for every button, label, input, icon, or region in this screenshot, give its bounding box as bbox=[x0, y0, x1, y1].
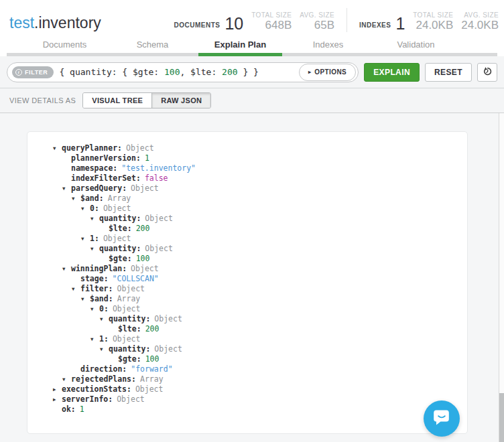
collection-header: test.inventory DOCUMENTS 10 TOTAL SIZE 6… bbox=[0, 0, 504, 36]
expand-arrow-icon[interactable]: ▶ bbox=[53, 394, 62, 404]
tree-value: 1 bbox=[145, 153, 149, 163]
collapse-arrow-icon[interactable]: ▼ bbox=[90, 334, 99, 344]
tree-row: ▼quantity:Object bbox=[34, 244, 460, 254]
tree-key-colon: : bbox=[127, 254, 132, 264]
documents-label: DOCUMENTS bbox=[174, 21, 220, 29]
raw-json-card: ▼queryPlanner:ObjectplannerVersion:1name… bbox=[27, 131, 468, 434]
filter-segment-plain: } } bbox=[238, 67, 259, 77]
tree-type: Object bbox=[113, 334, 141, 344]
tree-row: stage:"COLLSCAN" bbox=[34, 274, 460, 284]
collapse-arrow-icon[interactable]: ▼ bbox=[62, 264, 71, 274]
collapse-arrow-icon[interactable]: ▼ bbox=[90, 214, 99, 224]
collapse-arrow-icon[interactable]: ▼ bbox=[62, 374, 71, 384]
namespace-title: test.inventory bbox=[9, 14, 101, 33]
tab-documents[interactable]: Documents bbox=[21, 36, 109, 56]
tree-key-colon: : bbox=[127, 224, 132, 234]
tree-key: $lte bbox=[118, 324, 137, 334]
tree-row: ▼filter:Object bbox=[34, 284, 460, 294]
tab-validation[interactable]: Validation bbox=[372, 36, 460, 56]
tree-row: plannerVersion:1 bbox=[34, 153, 460, 163]
collapse-arrow-icon[interactable]: ▼ bbox=[100, 314, 109, 324]
tree-key: quantity bbox=[99, 244, 136, 254]
tree-key-colon: : bbox=[122, 264, 127, 274]
collapse-arrow-icon[interactable]: ▼ bbox=[53, 143, 62, 153]
filter-segment-plain: { quantity: { $gte: bbox=[59, 67, 164, 77]
indexes-total-size-label: TOTAL SIZE bbox=[413, 11, 453, 19]
scrollbar-thumb[interactable] bbox=[499, 393, 504, 442]
view-toggle-raw-json[interactable]: RAW JSON bbox=[151, 93, 210, 108]
documents-stats: DOCUMENTS 10 TOTAL SIZE 648B AVG. SIZE 6… bbox=[174, 11, 334, 32]
namespace-db: test bbox=[9, 14, 34, 31]
collapse-arrow-icon[interactable]: ▼ bbox=[90, 304, 99, 314]
explain-button[interactable]: EXPLAIN bbox=[364, 63, 420, 82]
chat-icon bbox=[432, 407, 452, 430]
tree-value: 200 bbox=[145, 324, 160, 334]
collapse-arrow-icon[interactable]: ▼ bbox=[81, 234, 90, 244]
tree-key-colon: : bbox=[94, 204, 99, 214]
options-button[interactable]: ▸ OPTIONS bbox=[299, 64, 356, 81]
expand-arrow-icon[interactable]: ▶ bbox=[53, 384, 62, 394]
tree-value: 100 bbox=[136, 254, 150, 264]
query-filter-input[interactable]: { quantity: { $gte: 100, $lte: 200 } } bbox=[54, 67, 299, 77]
tree-key-colon: : bbox=[71, 404, 76, 415]
tree-key: filter bbox=[80, 284, 109, 294]
caret-right-icon: ▸ bbox=[308, 69, 311, 75]
documents-total-size: 648B bbox=[265, 19, 292, 32]
reset-button[interactable]: RESET bbox=[425, 63, 472, 82]
tree-type: Object bbox=[103, 234, 131, 244]
tree-key: $and bbox=[80, 194, 99, 204]
tree-key: plannerVersion bbox=[71, 153, 136, 163]
tree-key: 1 bbox=[99, 334, 104, 344]
info-icon: i bbox=[15, 69, 22, 76]
tree-type: Object bbox=[145, 244, 173, 254]
tree-type: Object bbox=[131, 183, 159, 194]
tree-row: indexFilterSet:false bbox=[34, 173, 460, 183]
collapse-arrow-icon[interactable]: ▼ bbox=[90, 244, 99, 254]
tree-value: "COLLSCAN" bbox=[113, 274, 159, 284]
intercom-chat-button[interactable] bbox=[424, 400, 460, 437]
tree-row: ▼rejectedPlans:Array bbox=[34, 374, 460, 384]
tree-row: ▼1:Object bbox=[34, 234, 460, 244]
tree-key-colon: : bbox=[94, 234, 99, 244]
tree-key-colon: : bbox=[117, 143, 122, 153]
tree-row: ▼$and:Array bbox=[34, 194, 460, 204]
collapse-arrow-icon[interactable]: ▼ bbox=[72, 194, 80, 204]
tab-indexes[interactable]: Indexes bbox=[284, 36, 372, 56]
tree-key-colon: : bbox=[122, 183, 127, 194]
tab-schema[interactable]: Schema bbox=[109, 36, 196, 56]
tree-key: indexFilterSet bbox=[71, 173, 136, 183]
query-bar: i FILTER { quantity: { $gte: 100, $lte: … bbox=[0, 56, 504, 88]
compass-window: test.inventory DOCUMENTS 10 TOTAL SIZE 6… bbox=[0, 0, 504, 442]
query-history-button[interactable] bbox=[477, 63, 497, 82]
tree-key-colon: : bbox=[145, 314, 150, 324]
collapse-arrow-icon[interactable]: ▼ bbox=[72, 284, 80, 294]
collapse-arrow-icon[interactable]: ▼ bbox=[81, 294, 90, 304]
collapse-arrow-icon[interactable]: ▼ bbox=[81, 204, 90, 214]
indexes-label: INDEXES bbox=[359, 21, 391, 29]
view-toggle-visual-tree[interactable]: VISUAL TREE bbox=[83, 93, 151, 108]
tree-key-colon: : bbox=[99, 194, 104, 204]
tree-row: ▼1:Object bbox=[34, 334, 460, 344]
tree-key: winningPlan bbox=[71, 264, 122, 274]
tree-key-colon: : bbox=[136, 244, 141, 254]
tab-explain-plan[interactable]: Explain Plan bbox=[196, 36, 284, 56]
tree-type: Array bbox=[140, 374, 164, 384]
indexes-total-size: 24.0KB bbox=[416, 19, 453, 32]
tree-key: 0 bbox=[99, 304, 104, 314]
scrollbar-track[interactable] bbox=[499, 113, 504, 442]
tree-row: ▼winningPlan:Object bbox=[34, 264, 460, 274]
tree-type: Object bbox=[145, 214, 173, 224]
tree-key: quantity bbox=[109, 314, 145, 324]
tree-key: serverInfo bbox=[62, 394, 108, 404]
tree-type: Object bbox=[135, 384, 164, 394]
view-details-label: VIEW DETAILS AS bbox=[9, 96, 76, 104]
tree-key: namespace bbox=[71, 163, 113, 173]
indexes-stats: INDEXES 1 TOTAL SIZE 24.0KB AVG. SIZE 24… bbox=[359, 11, 499, 32]
collapse-arrow-icon[interactable]: ▼ bbox=[62, 183, 71, 194]
tree-row: ok:1 bbox=[34, 404, 460, 415]
query-filter-pill: i FILTER { quantity: { $gte: 100, $lte: … bbox=[7, 62, 359, 82]
tree-type: Object bbox=[131, 264, 159, 274]
tree-row: ▼$and:Array bbox=[34, 294, 460, 304]
tree-row: ▼0:Object bbox=[34, 304, 460, 314]
collapse-arrow-icon[interactable]: ▼ bbox=[100, 344, 109, 354]
